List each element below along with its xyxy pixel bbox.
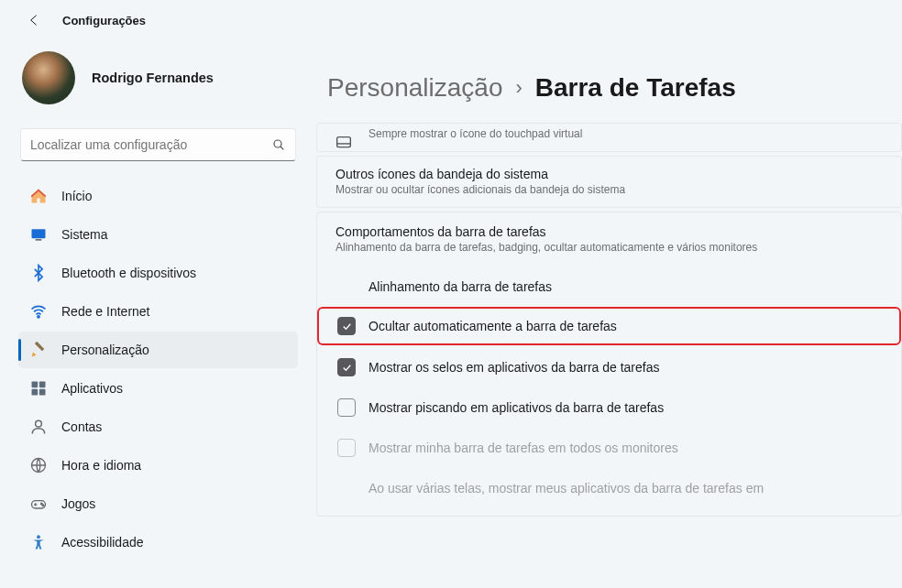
flash-checkbox[interactable] [337,398,356,417]
tray-title: Outros ícones da bandeja do sistema [336,167,883,181]
sidebar-item-accessibility[interactable]: Acessibilidade [18,524,298,561]
auto-hide-row[interactable]: Ocultar automaticamente a barra de taref… [317,307,901,345]
search-input[interactable] [30,137,271,152]
system-icon [29,225,48,244]
breadcrumb: Personalização › Barra de Tarefas [316,73,902,123]
sidebar-item-network[interactable]: Rede e Internet [18,293,298,330]
sidebar-item-label: Sistema [61,227,108,242]
all-monitors-label: Mostrar minha barra de tarefas em todos … [368,441,678,455]
svg-point-10 [36,420,42,427]
sidebar-item-label: Acessibilidade [61,535,144,550]
chevron-right-icon: › [515,76,522,100]
home-icon [29,187,48,205]
accessibility-icon [29,533,48,551]
content-area: Personalização › Barra de Tarefas Sempre… [316,40,902,588]
touchpad-icon [334,133,354,153]
personalization-icon [29,341,48,359]
accounts-icon [29,418,48,436]
apps-icon [29,379,48,397]
behaviors-subtitle: Alinhamento da barra de tarefas, badging… [336,241,883,254]
auto-hide-label: Ocultar automaticamente a barra de taref… [368,319,617,333]
alignment-label: Alinhamento da barra de tarefas [368,279,552,294]
back-button[interactable] [26,12,42,28]
svg-rect-5 [35,342,45,352]
search-icon [271,137,286,152]
sidebar-item-label: Aplicativos [61,381,123,396]
svg-point-15 [37,535,40,539]
tray-icons-card[interactable]: Outros ícones da bandeja do sistema Most… [316,156,902,208]
behaviors-header[interactable]: Comportamentos da barra de tarefas Alinh… [317,212,901,267]
badges-row[interactable]: Mostrar os selos em aplicativos da barra… [317,347,901,387]
sidebar-item-accounts[interactable]: Contas [18,408,298,445]
svg-line-1 [280,147,283,149]
breadcrumb-parent[interactable]: Personalização [327,73,502,103]
all-monitors-row: Mostrar minha barra de tarefas em todos … [317,428,901,468]
time-language-icon [29,456,48,474]
nav-list: Início Sistema Bluetooth e dispositivos … [18,178,298,564]
tray-subtitle: Mostrar ou ocultar ícones adicionais da … [336,183,883,196]
sidebar-item-label: Hora e idioma [61,458,141,473]
sidebar-item-personalization[interactable]: Personalização [18,332,298,368]
profile-name: Rodrigo Fernandes [92,71,214,85]
multi-monitor-note: Ao usar várias telas, mostrar meus aplic… [317,468,901,508]
behaviors-list: Alinhamento da barra de tarefas Ocultar … [317,267,901,516]
all-monitors-checkbox [337,439,356,457]
auto-hide-checkbox[interactable] [337,317,356,335]
flash-label: Mostrar piscando em aplicativos da barra… [368,400,664,415]
breadcrumb-current: Barra de Tarefas [535,73,736,103]
svg-rect-7 [39,382,46,388]
touchpad-subtitle: Sempre mostrar o ícone do touchpad virtu… [368,127,883,140]
svg-point-14 [42,505,44,506]
svg-rect-2 [32,229,46,238]
wifi-icon [29,302,48,321]
sidebar-item-gaming[interactable]: Jogos [18,485,298,522]
sidebar-item-label: Personalização [61,343,149,357]
profile-block[interactable]: Rodrigo Fernandes [22,51,298,104]
alignment-row[interactable]: Alinhamento da barra de tarefas [317,268,901,305]
sidebar-item-label: Jogos [61,496,95,511]
svg-rect-9 [39,389,46,396]
search-box[interactable] [20,128,296,161]
sidebar-item-label: Contas [61,419,102,434]
sidebar-item-system[interactable]: Sistema [18,216,298,253]
touchpad-card[interactable]: Sempre mostrar o ícone do touchpad virtu… [316,123,902,152]
svg-point-4 [38,316,39,318]
sidebar-item-home[interactable]: Início [18,178,298,214]
flash-row[interactable]: Mostrar piscando em aplicativos da barra… [317,387,901,428]
svg-rect-16 [337,137,351,147]
sidebar-item-label: Início [61,189,92,203]
sidebar-item-label: Bluetooth e dispositivos [61,266,196,280]
behaviors-card: Comportamentos da barra de tarefas Alinh… [316,212,902,517]
gaming-icon [29,495,48,513]
behaviors-title: Comportamentos da barra de tarefas [336,224,883,239]
svg-point-0 [274,140,281,147]
badges-checkbox[interactable] [337,358,356,376]
sidebar: Rodrigo Fernandes Início Sistema Bluetoo… [0,40,316,588]
sidebar-item-bluetooth[interactable]: Bluetooth e dispositivos [18,255,298,291]
svg-rect-8 [32,389,38,396]
sidebar-item-label: Rede e Internet [61,304,150,319]
app-title: Configurações [62,14,146,27]
svg-point-13 [41,503,43,505]
sidebar-item-apps[interactable]: Aplicativos [18,370,298,407]
bluetooth-icon [29,264,48,282]
badges-label: Mostrar os selos em aplicativos da barra… [368,360,659,375]
svg-rect-6 [32,382,38,388]
svg-rect-3 [36,239,42,241]
sidebar-item-time-language[interactable]: Hora e idioma [18,447,298,484]
avatar [22,51,75,104]
